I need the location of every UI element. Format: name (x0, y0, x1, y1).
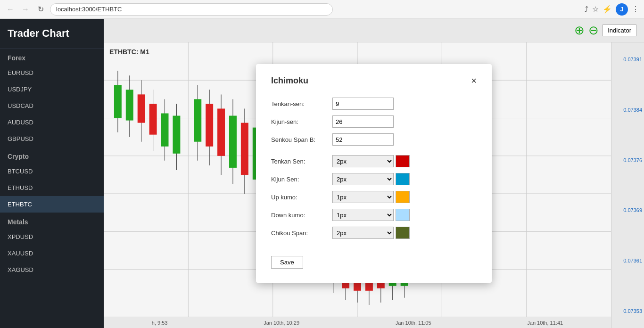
app: Trader Chart Forex EURUSD USDJPY USDCAD … (0, 19, 644, 328)
svg-rect-24 (194, 99, 201, 141)
kijun-sen-label: Kijun-sen: (271, 118, 332, 125)
senkou-span-b-row: Senkou Span B: (271, 133, 477, 146)
kijun-sen-input[interactable] (332, 115, 394, 128)
up-kumo-row: Up kumo: 1px 2px 3px 4px (271, 191, 477, 203)
chikou-span-row: Chikou Span: 1px 2px 3px 4px (271, 227, 477, 239)
section-crypto: Crypto (0, 147, 104, 163)
svg-rect-12 (114, 85, 122, 118)
svg-rect-28 (217, 108, 225, 156)
browser-chrome: ← → ↻ localhost:3000/ETHBTC ⤴ ☆ ⚡ J ⋮ (0, 0, 644, 19)
sidebar-item-btcusd[interactable]: BTCUSD (0, 163, 104, 180)
tenkan-sen-row: Tenkan-sen: (271, 98, 477, 110)
chikou-span-select[interactable]: 1px 2px 3px 4px (332, 227, 394, 239)
price-label-2: 0.07384 (613, 107, 642, 113)
chikou-span-color[interactable] (396, 227, 410, 239)
save-button[interactable]: Save (271, 256, 303, 269)
tenkan-sen-select[interactable]: 1px 2px 3px 4px (332, 155, 394, 167)
tenkan-sen-color[interactable] (396, 155, 410, 167)
down-kumo-label: Down kumo: (271, 212, 332, 219)
bookmark-button[interactable]: ☆ (592, 5, 599, 14)
back-button[interactable]: ← (5, 4, 16, 15)
sidebar-item-ethbtc[interactable]: ETHBTC (0, 196, 104, 213)
main-area: ⊕ ⊖ Indicator ETHBTC: M1 (104, 19, 644, 328)
svg-rect-32 (241, 123, 248, 175)
modal-close-button[interactable]: × (471, 75, 477, 86)
time-label-1: h, 9:53 (152, 320, 168, 326)
kijun-sen-row: Kijun-sen: (271, 115, 477, 128)
time-label-2: Jan 10th, 10:29 (264, 320, 299, 326)
sidebar-item-xpdusd[interactable]: XPDUSD (0, 229, 104, 245)
sidebar-item-ethusd[interactable]: ETHUSD (0, 180, 104, 196)
svg-rect-22 (173, 116, 180, 154)
address-bar[interactable]: localhost:3000/ETHBTC (50, 3, 333, 16)
price-axis: 0.07391 0.07384 0.07376 0.07369 0.07361 … (611, 42, 644, 328)
up-kumo-color[interactable] (396, 191, 410, 203)
time-label-4: Jan 10th, 11:41 (527, 320, 563, 326)
modal-header: Ichimoku × (271, 75, 477, 86)
price-label-3: 0.07376 (613, 157, 642, 163)
price-label-1: 0.07391 (613, 57, 642, 62)
kijun-sen-color-row: Kijun Sen: 1px 2px 3px 4px (271, 173, 477, 185)
kijun-sen-select[interactable]: 1px 2px 3px 4px (332, 173, 394, 185)
extensions-button[interactable]: ⚡ (603, 5, 612, 14)
svg-rect-18 (149, 104, 157, 134)
sidebar-item-audusd[interactable]: AUDUSD (0, 114, 104, 131)
price-label-6: 0.07353 (613, 308, 642, 314)
sidebar-item-usdjpy[interactable]: USDJPY (0, 81, 104, 98)
indicator-button[interactable]: Indicator (603, 25, 636, 36)
section-metals: Metals (0, 213, 104, 229)
chikou-span-label: Chikou Span: (271, 230, 332, 237)
senkou-span-b-input[interactable] (332, 133, 394, 146)
browser-actions: ⤴ ☆ ⚡ J ⋮ (585, 3, 639, 16)
up-kumo-label: Up kumo: (271, 194, 332, 201)
sidebar-item-xagusd[interactable]: XAGUSD (0, 262, 104, 278)
section-forex: Forex (0, 49, 104, 65)
svg-rect-30 (229, 116, 237, 168)
menu-button[interactable]: ⋮ (632, 5, 639, 14)
price-label-4: 0.07369 (613, 207, 642, 213)
svg-rect-16 (138, 94, 145, 123)
tenkan-sen-label: Tenkan-sen: (271, 100, 332, 107)
svg-rect-26 (206, 104, 213, 146)
refresh-button[interactable]: ↻ (35, 4, 46, 15)
forward-button[interactable]: → (20, 4, 31, 15)
sidebar-item-usdcad[interactable]: USDCAD (0, 98, 104, 114)
ichimoku-modal: Ichimoku × Tenkan-sen: Kijun-sen: Senkou… (256, 64, 492, 283)
app-title: Trader Chart (0, 19, 104, 49)
sidebar-item-xauusd[interactable]: XAUUSD (0, 245, 104, 262)
down-kumo-color[interactable] (396, 209, 410, 221)
share-button[interactable]: ⤴ (585, 5, 588, 14)
sidebar-item-eurusd[interactable]: EURUSD (0, 65, 104, 81)
toolbar: ⊕ ⊖ Indicator (104, 19, 644, 42)
address-text: localhost:3000/ETHBTC (56, 6, 122, 13)
tenkan-sen-color-row: Tenkan Sen: 1px 2px 3px 4px (271, 155, 477, 167)
up-kumo-select[interactable]: 1px 2px 3px 4px (332, 191, 394, 203)
tenkan-sen-color-label: Tenkan Sen: (271, 158, 332, 165)
modal-title: Ichimoku (271, 76, 308, 86)
svg-rect-14 (126, 90, 133, 120)
kijun-sen-color-label: Kijun Sen: (271, 176, 332, 183)
sidebar: Trader Chart Forex EURUSD USDJPY USDCAD … (0, 19, 104, 328)
time-axis: h, 9:53 Jan 10th, 10:29 Jan 10th, 11:05 … (104, 317, 611, 328)
tenkan-sen-input[interactable] (332, 98, 394, 110)
zoom-out-button[interactable]: ⊖ (588, 23, 599, 38)
down-kumo-row: Down kumo: 1px 2px 3px 4px (271, 209, 477, 221)
sidebar-item-gbpusd[interactable]: GBPUSD (0, 131, 104, 147)
svg-rect-20 (161, 114, 169, 147)
down-kumo-select[interactable]: 1px 2px 3px 4px (332, 209, 394, 221)
price-label-5: 0.07361 (613, 258, 642, 263)
time-label-3: Jan 10th, 11:05 (396, 320, 431, 326)
zoom-in-button[interactable]: ⊕ (574, 23, 585, 38)
avatar[interactable]: J (616, 3, 628, 16)
senkou-span-b-label: Senkou Span B: (271, 136, 332, 143)
kijun-sen-color[interactable] (396, 173, 410, 185)
